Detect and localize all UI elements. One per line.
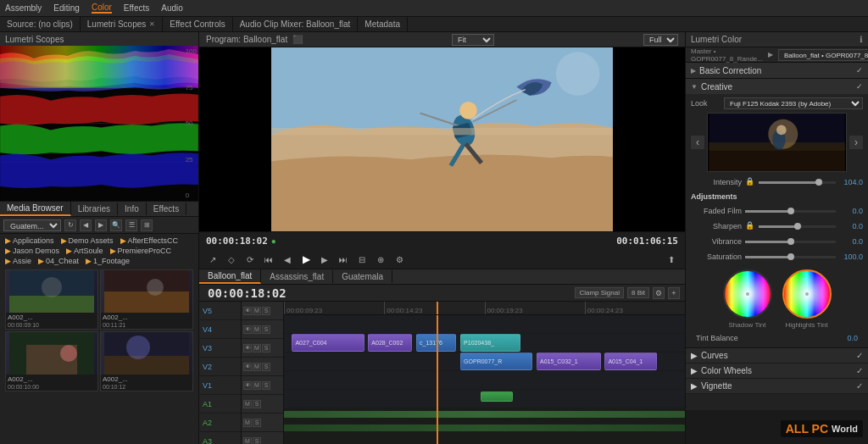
tab-source[interactable]: Source: (no clips) bbox=[0, 17, 81, 31]
media-thumb-2[interactable]: A002_... 00:11:21 bbox=[100, 269, 193, 330]
step-back-button[interactable]: ⏮ bbox=[262, 253, 275, 266]
sync-v4-icon[interactable]: S bbox=[262, 325, 270, 334]
lock-icon[interactable]: M bbox=[253, 307, 261, 315]
menu-assembly[interactable]: Assembly bbox=[5, 3, 42, 13]
folder-artsoule[interactable]: ▶ ArtSoule bbox=[63, 246, 107, 256]
lock-v3-icon[interactable]: M bbox=[253, 344, 261, 352]
look-prev-button[interactable]: ‹ bbox=[691, 136, 704, 149]
sync-v1-icon[interactable]: S bbox=[262, 381, 270, 390]
clamp-signal-badge[interactable]: Clamp Signal bbox=[575, 287, 624, 298]
curves-row[interactable]: ▶ Curves ✓ bbox=[686, 348, 868, 364]
look-next-button[interactable]: › bbox=[849, 136, 863, 149]
tab-media-browser[interactable]: Media Browser bbox=[0, 202, 71, 216]
folder-demo-assets[interactable]: ▶ Demo Assets bbox=[58, 236, 117, 246]
close-lumetri-scopes-icon[interactable]: ✕ bbox=[149, 20, 155, 28]
solo-a3-icon[interactable]: S bbox=[253, 437, 261, 445]
timeline-tracks[interactable]: 00:00:09:23 00:00:14:23 00:00:19:23 00:0… bbox=[284, 302, 685, 444]
look-dropdown[interactable]: Fuji F125 Kodak 2393 (by Adobe) bbox=[724, 97, 863, 109]
media-thumb-4[interactable]: A002_... 00:10:12 bbox=[100, 331, 193, 391]
color-wheels-section-row[interactable]: ▶ Color Wheels ✓ bbox=[686, 364, 868, 379]
saturation-slider[interactable] bbox=[745, 256, 836, 258]
clip-a015-c032[interactable]: A015_C032_1 bbox=[537, 352, 601, 370]
mute-a3-icon[interactable]: M bbox=[243, 437, 252, 445]
mute-a1-icon[interactable]: M bbox=[243, 400, 252, 408]
menu-editing[interactable]: Editing bbox=[53, 3, 80, 13]
settings-button[interactable]: ⚙ bbox=[392, 253, 406, 266]
folder-applications[interactable]: ▶ Applications bbox=[2, 236, 58, 246]
plus-icon[interactable]: + bbox=[668, 287, 680, 299]
eye-v2-icon[interactable]: 👁 bbox=[243, 363, 252, 371]
tab-libraries[interactable]: Libraries bbox=[71, 203, 118, 215]
highlight-tint-wheel[interactable] bbox=[782, 269, 832, 319]
lock-v2-icon[interactable]: M bbox=[253, 363, 261, 371]
export-button[interactable]: ⬆ bbox=[665, 253, 678, 266]
bit-depth-badge[interactable]: 8 Bit bbox=[627, 287, 649, 298]
creative-header[interactable]: ▼ Creative ✓ bbox=[686, 79, 868, 94]
menu-color[interactable]: Color bbox=[92, 3, 112, 14]
clip-a027-c004[interactable]: A027_C004 bbox=[292, 334, 364, 352]
fit-dropdown[interactable]: Fit 25% 50% 100% bbox=[452, 34, 494, 46]
clip-v1-green[interactable] bbox=[481, 391, 513, 402]
clip-a028-c002[interactable]: A028_C002 bbox=[368, 334, 412, 352]
sync-icon[interactable]: S bbox=[262, 307, 270, 315]
tab-metadata[interactable]: Metadata bbox=[358, 17, 408, 31]
faded-film-slider[interactable] bbox=[745, 210, 836, 213]
menu-audio[interactable]: Audio bbox=[161, 3, 183, 13]
tab-effects[interactable]: Effects bbox=[147, 203, 186, 215]
folder-premiere[interactable]: ▶ PremiereProCC bbox=[107, 246, 175, 256]
solo-a2-icon[interactable]: S bbox=[253, 419, 261, 427]
eye-v3-icon[interactable]: 👁 bbox=[243, 344, 252, 352]
tab-guatemala[interactable]: Guatemala bbox=[333, 270, 392, 283]
folder-jason-demos[interactable]: ▶ Jason Demos bbox=[2, 246, 63, 256]
settings-tl-icon[interactable]: ⚙ bbox=[653, 287, 665, 299]
play-button[interactable]: ▶ bbox=[299, 253, 313, 266]
eye-icon[interactable]: 👁 bbox=[243, 307, 252, 315]
lock-v1-icon[interactable]: M bbox=[253, 381, 261, 390]
grid-view-icon[interactable]: ⊞ bbox=[141, 219, 153, 231]
next-frame-button[interactable]: ▶ bbox=[318, 253, 331, 266]
sharpen-slider[interactable] bbox=[759, 225, 836, 228]
prev-frame-button[interactable]: ◀ bbox=[281, 253, 294, 266]
clip-p1020438[interactable]: P1020438_ bbox=[460, 334, 520, 352]
tab-effect-controls[interactable]: Effect Controls bbox=[163, 17, 232, 31]
menu-effects[interactable]: Effects bbox=[124, 3, 149, 13]
list-view-icon[interactable]: ☰ bbox=[125, 219, 137, 231]
tab-info[interactable]: Info bbox=[118, 203, 147, 215]
media-thumb-3[interactable]: A002_... 00:00:10:00 bbox=[5, 331, 98, 391]
sync-v2-icon[interactable]: S bbox=[262, 363, 270, 371]
forward-icon[interactable]: ▶ bbox=[95, 219, 107, 231]
tab-lumetri-scopes[interactable]: Lumetri Scopes ✕ bbox=[81, 17, 163, 31]
location-dropdown[interactable]: Guatem... bbox=[3, 219, 61, 231]
folder-aftereffects[interactable]: ▶ AfterEffectsCC bbox=[117, 236, 181, 246]
vibrance-slider[interactable] bbox=[745, 241, 836, 243]
back-icon[interactable]: ◀ bbox=[80, 219, 92, 231]
clip-gopr0077[interactable]: GOPR0077_R bbox=[460, 352, 532, 370]
media-thumb-1[interactable]: A002_... 00:00:09:10 bbox=[5, 269, 98, 330]
safe-margin-button[interactable]: ⊟ bbox=[355, 253, 369, 266]
folder-footage[interactable]: ▶ 1_Footage bbox=[82, 256, 133, 266]
tab-balloon-flat[interactable]: Balloon_flat bbox=[199, 269, 261, 284]
lumetri-info-icon[interactable]: ℹ bbox=[860, 35, 863, 44]
step-forward-button[interactable]: ⏭ bbox=[337, 253, 350, 266]
basic-correction-header[interactable]: ▶ Basic Correction ✓ bbox=[686, 63, 868, 78]
clip-c-13176[interactable]: c_13176 bbox=[416, 334, 456, 352]
intensity-slider[interactable] bbox=[759, 181, 836, 184]
vignette-row[interactable]: ▶ Vignette ✓ bbox=[686, 379, 868, 394]
eye-v4-icon[interactable]: 👁 bbox=[243, 325, 252, 334]
full-dropdown[interactable]: Full bbox=[643, 34, 678, 46]
output-button[interactable]: ⊕ bbox=[374, 253, 387, 266]
active-clip-dropdown[interactable]: Balloon_flat • GOPR0077_8_B... bbox=[778, 49, 868, 61]
search-icon[interactable]: 🔍 bbox=[110, 219, 122, 231]
solo-a1-icon[interactable]: S bbox=[253, 400, 261, 408]
marker-button[interactable]: ◇ bbox=[225, 253, 238, 266]
folder-04cheat[interactable]: ▶ 04_Cheat bbox=[35, 256, 82, 266]
refresh-icon[interactable]: ↻ bbox=[64, 219, 76, 231]
sync-v3-icon[interactable]: S bbox=[262, 344, 270, 352]
folder-assie[interactable]: ▶ Assie bbox=[2, 256, 35, 266]
clip-a015-c04[interactable]: A015_C04_1 bbox=[604, 352, 656, 370]
loop-button[interactable]: ⟳ bbox=[243, 253, 257, 266]
share-button[interactable]: ↗ bbox=[206, 253, 220, 266]
tab-audio-clip-mixer[interactable]: Audio Clip Mixer: Balloon_flat bbox=[233, 17, 359, 31]
tab-assassins-flat[interactable]: Assassins_flat bbox=[261, 270, 333, 283]
lock-v4-icon[interactable]: M bbox=[253, 325, 261, 334]
